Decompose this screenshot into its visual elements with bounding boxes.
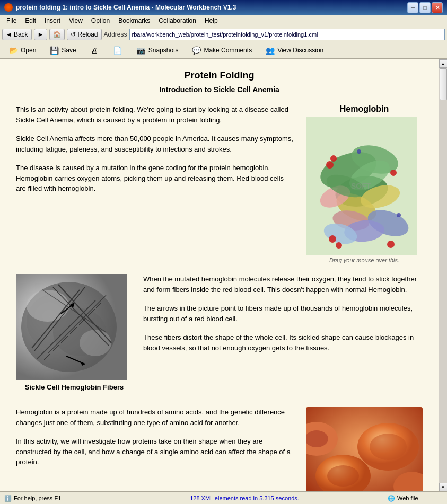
svg-point-13 [326, 161, 334, 169]
camera-icon: 📷 [136, 45, 146, 56]
close-button[interactable]: ✕ [432, 2, 443, 13]
status-help: ℹ️ For help, press F1 [0, 492, 106, 504]
sickle-p1: When the mutated hemoglobin molecules re… [143, 274, 423, 295]
menu-option[interactable]: Option [87, 16, 114, 25]
reload-button[interactable]: ↺ Reload [67, 29, 101, 40]
forward-button[interactable]: ► [34, 29, 48, 40]
save-button[interactable]: 💾 Save [44, 43, 81, 57]
window-controls: ─ □ ✕ [407, 2, 443, 13]
home-icon: 🏠 [53, 31, 61, 38]
bottom-section: Hemoglobin is a protein made up of hundr… [16, 407, 423, 491]
status-help-text: For help, press F1 [14, 495, 61, 501]
snapshots-label: Snapshots [148, 47, 179, 54]
make-comments-button[interactable]: 💬 Make Comments [186, 43, 257, 57]
make-comments-label: Make Comments [204, 47, 252, 54]
menu-view[interactable]: View [65, 16, 87, 25]
print-icon: 🖨 [89, 45, 100, 56]
open-icon: 📂 [8, 45, 19, 56]
menu-bar: File Edit Insert View Option Bookmarks C… [0, 15, 447, 26]
svg-point-14 [330, 155, 337, 162]
app-icon [4, 3, 13, 12]
intro-p2: Sickle Cell Anemia affects more than 50,… [16, 134, 295, 154]
comment-icon: 💬 [191, 45, 201, 56]
open-label: Open [21, 47, 36, 54]
bottom-p1: Hemoglobin is a protein made up of hundr… [16, 407, 295, 428]
status-file-type: 🌐 Web file [383, 492, 447, 504]
address-input[interactable] [129, 29, 445, 40]
bottom-p2: In this activity, we will investigate ho… [16, 436, 295, 467]
hemoglobin-section: Hemoglobin [306, 104, 423, 263]
print2-icon: 📄 [112, 45, 123, 56]
reload-label: Reload [77, 31, 98, 38]
intro-section: This is an activity about protein-foldin… [16, 104, 423, 263]
maximize-button[interactable]: □ [419, 2, 431, 13]
discussion-icon: 👥 [265, 45, 275, 56]
menu-insert[interactable]: Insert [40, 16, 65, 25]
page-title: Protein Folding [16, 70, 423, 81]
back-button[interactable]: ◄ Back [2, 29, 32, 40]
sickle-svg [16, 274, 127, 380]
sickle-image-container: Sickle Cell Hemoglobin Fibers [16, 274, 133, 391]
page-subtitle: Introduction to Sickle Cell Anemia [16, 85, 423, 94]
minimize-button[interactable]: ─ [407, 2, 418, 13]
address-label: Address [104, 31, 127, 38]
hemoglobin-image[interactable]: SOFT [306, 117, 417, 255]
view-discussion-label: View Discussion [277, 47, 323, 54]
status-right-text: Web file [397, 495, 418, 501]
sickle-caption: Sickle Cell Hemoglobin Fibers [16, 383, 133, 391]
view-discussion-button[interactable]: 👥 View Discussion [260, 43, 328, 57]
nav-bar: ◄ Back ► 🏠 ↺ Reload Address [0, 26, 447, 42]
home-button[interactable]: 🏠 [49, 29, 65, 40]
svg-point-19 [357, 149, 361, 154]
intro-p3: The disease is caused by a mutation in t… [16, 163, 295, 194]
scroll-up-button[interactable]: ▲ [439, 59, 448, 68]
hemoglobin-svg: SOFT [306, 117, 417, 255]
status-bar: ℹ️ For help, press F1 128 XML elements r… [0, 491, 447, 504]
svg-point-46 [306, 430, 328, 447]
scroll-track [439, 68, 448, 483]
print-button[interactable]: 🖨 [84, 43, 104, 57]
content-area: Protein Folding Introduction to Sickle C… [0, 59, 447, 491]
menu-file[interactable]: File [2, 16, 21, 25]
toolbar: 📂 Open 💾 Save 🖨 📄 📷 Snapshots 💬 Make Com… [0, 42, 447, 59]
svg-point-15 [390, 170, 397, 176]
svg-point-42 [370, 434, 407, 460]
rbc-svg [306, 407, 423, 491]
scroll-down-button[interactable]: ▼ [439, 483, 448, 491]
svg-point-44 [327, 465, 359, 487]
title-bar: protein folding 1: intro to Sickle Cell … [0, 0, 447, 15]
snapshots-button[interactable]: 📷 Snapshots [131, 43, 183, 57]
print2-button[interactable]: 📄 [108, 43, 128, 57]
svg-point-17 [336, 242, 342, 249]
status-icon: ℹ️ [4, 495, 12, 502]
title-bar-left: protein folding 1: intro to Sickle Cell … [4, 3, 236, 12]
reload-icon: ↺ [71, 31, 76, 38]
scroll-thumb[interactable] [440, 68, 447, 100]
sickle-p2: The arrows in the picture point to fiber… [143, 303, 423, 324]
menu-collaboration[interactable]: Collaboration [154, 16, 200, 25]
hemoglobin-label: Hemoglobin [306, 104, 423, 114]
svg-point-20 [397, 213, 401, 217]
address-bar-container: Address [104, 29, 445, 40]
open-button[interactable]: 📂 Open [3, 43, 41, 57]
page-content[interactable]: Protein Folding Introduction to Sickle C… [0, 59, 439, 491]
save-icon: 💾 [49, 45, 59, 56]
left-arrow-icon: ◄ [6, 31, 12, 38]
window-title: protein folding 1: intro to Sickle Cell … [16, 4, 236, 11]
menu-edit[interactable]: Edit [21, 16, 40, 25]
sickle-p3: These fibers distort the shape of the wh… [143, 332, 423, 353]
right-arrow-icon: ► [38, 31, 44, 38]
bottom-text: Hemoglobin is a protein made up of hundr… [16, 407, 295, 491]
save-label: Save [62, 47, 76, 54]
web-icon: 🌐 [388, 495, 395, 502]
svg-text:SOFT: SOFT [351, 182, 371, 190]
sickle-microscope-image [16, 274, 127, 380]
intro-p1: This is an activity about protein-foldin… [16, 104, 295, 125]
menu-bookmarks[interactable]: Bookmarks [114, 16, 154, 25]
red-blood-cells-image [306, 407, 423, 491]
scrollbar[interactable]: ▲ ▼ [439, 59, 447, 491]
svg-point-26 [27, 290, 69, 322]
svg-point-16 [329, 235, 336, 243]
menu-help[interactable]: Help [200, 16, 222, 25]
svg-point-18 [387, 241, 395, 248]
